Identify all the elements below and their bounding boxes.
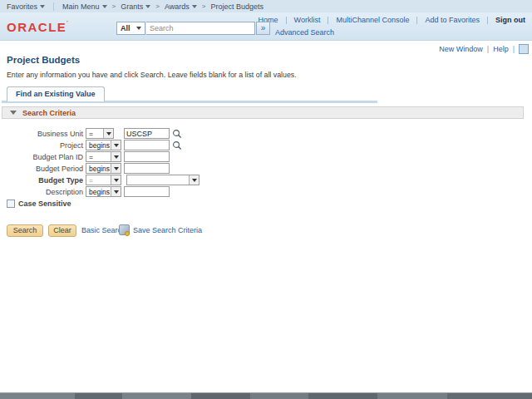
description-operator-select[interactable]: begins with bbox=[86, 186, 121, 197]
form-row-description: Description begins with bbox=[0, 186, 121, 197]
field-label: Description bbox=[0, 188, 83, 196]
collapse-triangle-icon bbox=[10, 111, 17, 115]
breadcrumb-awards[interactable]: Awards bbox=[165, 2, 197, 11]
field-label: Budget Period bbox=[0, 165, 83, 173]
global-search-input[interactable] bbox=[146, 22, 255, 35]
peoplesoft-window: Favorites Main Menu > Grants > Awards > … bbox=[0, 0, 532, 399]
select-arrow-button bbox=[111, 152, 121, 161]
breadcrumb-current-page: Project Budgets bbox=[210, 2, 264, 11]
select-arrow-button bbox=[111, 175, 121, 185]
business-unit-operator-select[interactable]: = bbox=[86, 128, 114, 139]
description-input[interactable] bbox=[124, 186, 170, 197]
budget-period-input[interactable] bbox=[124, 163, 170, 174]
caret-down-icon bbox=[114, 190, 119, 194]
form-row-budget-type: Budget Type = bbox=[0, 175, 121, 185]
page-instructions: Enter any information you have and click… bbox=[7, 71, 297, 79]
breadcrumb-grants[interactable]: Grants bbox=[121, 2, 150, 11]
case-sensitive-checkbox[interactable] bbox=[7, 200, 15, 208]
sign-out-link[interactable]: Sign out bbox=[488, 16, 529, 24]
section-title: Search Criteria bbox=[22, 109, 76, 117]
search-scope-select[interactable]: All bbox=[116, 22, 145, 35]
breadcrumb-label: Main Menu bbox=[62, 2, 100, 11]
header-link-add-to-favorites[interactable]: Add to Favorites bbox=[417, 16, 487, 24]
business-unit-input[interactable] bbox=[124, 128, 170, 139]
case-sensitive-label: Case Sensitive bbox=[18, 200, 71, 208]
search-criteria-section-header[interactable]: Search Criteria bbox=[2, 106, 524, 119]
operator-value: = bbox=[86, 176, 93, 185]
field-label: Business Unit bbox=[0, 130, 83, 138]
operator-value: begins with bbox=[86, 165, 111, 173]
select-arrow-button bbox=[111, 140, 121, 150]
operator-value: = bbox=[86, 130, 93, 138]
budget-period-operator-select[interactable]: begins with bbox=[86, 163, 121, 174]
breadcrumb-divider bbox=[53, 2, 54, 11]
select-arrow-button bbox=[111, 187, 121, 196]
breadcrumb: Favorites Main Menu > Grants > Awards > … bbox=[0, 0, 532, 13]
budget-plan-id-operator-select[interactable]: = bbox=[86, 151, 121, 162]
form-row-budget-period: Budget Period begins with bbox=[0, 163, 121, 174]
caret-down-icon bbox=[192, 179, 197, 182]
field-label: Budget Type bbox=[0, 176, 83, 185]
header-links: Home Worklist MultiChannel Console Add t… bbox=[251, 16, 529, 24]
breadcrumb-label: Awards bbox=[165, 2, 190, 11]
new-window-link[interactable]: New Window bbox=[439, 45, 483, 53]
save-search-icon[interactable] bbox=[119, 224, 130, 235]
breadcrumb-main-menu[interactable]: Main Menu bbox=[62, 2, 107, 11]
clear-button[interactable]: Clear bbox=[48, 224, 76, 237]
chevron-right-icon: > bbox=[112, 2, 116, 10]
project-operator-select[interactable]: begins with bbox=[86, 140, 121, 150]
personalize-page-icon[interactable] bbox=[519, 44, 529, 54]
select-arrow-button bbox=[103, 129, 113, 138]
form-row-budget-plan-id: Budget Plan ID = bbox=[0, 151, 121, 162]
select-arrow-button bbox=[111, 164, 121, 173]
help-link[interactable]: Help bbox=[493, 45, 509, 53]
app-header: ORACLE' Home Worklist MultiChannel Conso… bbox=[0, 12, 532, 41]
caret-down-icon bbox=[106, 132, 111, 135]
project-input[interactable] bbox=[124, 140, 170, 150]
form-row-project: Project begins with bbox=[0, 140, 121, 150]
breadcrumb-label: Grants bbox=[121, 2, 143, 11]
oracle-logo: ORACLE' bbox=[7, 20, 69, 34]
utility-divider: | bbox=[487, 45, 489, 53]
case-sensitive-row: Case Sensitive bbox=[7, 200, 71, 208]
field-label: Budget Plan ID bbox=[0, 153, 83, 161]
utility-divider: | bbox=[513, 45, 515, 53]
search-scope-value: All bbox=[121, 24, 131, 32]
caret-down-icon bbox=[40, 5, 45, 8]
tab-find-an-existing-value[interactable]: Find an Existing Value bbox=[7, 86, 105, 101]
breadcrumb-label: Favorites bbox=[7, 2, 37, 11]
header-link-multichannel-console[interactable]: MultiChannel Console bbox=[328, 16, 416, 24]
budget-type-operator-select: = bbox=[86, 175, 121, 185]
chevron-right-icon: > bbox=[155, 2, 160, 10]
caret-down-icon bbox=[114, 144, 119, 147]
caret-down-icon bbox=[145, 5, 150, 8]
project-lookup-icon[interactable] bbox=[172, 140, 182, 150]
select-arrow-button bbox=[189, 175, 199, 185]
caret-down-icon bbox=[114, 179, 119, 182]
operator-value: begins with bbox=[86, 141, 111, 150]
breadcrumb-favorites[interactable]: Favorites bbox=[7, 2, 45, 11]
taskbar-strip bbox=[0, 392, 532, 399]
caret-down-icon bbox=[102, 5, 107, 8]
business-unit-lookup-icon[interactable] bbox=[172, 128, 182, 139]
chevron-right-icon: > bbox=[202, 2, 206, 10]
page-title: Project Budgets bbox=[7, 55, 80, 65]
caret-down-icon bbox=[114, 155, 119, 159]
caret-down-icon bbox=[136, 27, 141, 30]
breadcrumb-label: Project Budgets bbox=[210, 2, 264, 11]
search-go-button[interactable]: » bbox=[256, 22, 270, 35]
advanced-search-link[interactable]: Advanced Search bbox=[275, 28, 334, 37]
header-link-worklist[interactable]: Worklist bbox=[287, 16, 328, 24]
search-button[interactable]: Search bbox=[7, 224, 43, 237]
page-utility-links: New Window | Help | bbox=[439, 44, 529, 54]
field-label: Project bbox=[0, 141, 83, 150]
operator-value: = bbox=[86, 153, 93, 161]
caret-down-icon bbox=[192, 5, 197, 8]
operator-value: begins with bbox=[86, 188, 111, 196]
budget-plan-id-input[interactable] bbox=[124, 151, 170, 162]
form-row-business-unit: Business Unit = bbox=[0, 128, 114, 139]
budget-type-value-select[interactable] bbox=[126, 175, 200, 185]
caret-down-icon bbox=[114, 167, 119, 170]
save-search-criteria-link[interactable]: Save Search Criteria bbox=[133, 226, 202, 234]
